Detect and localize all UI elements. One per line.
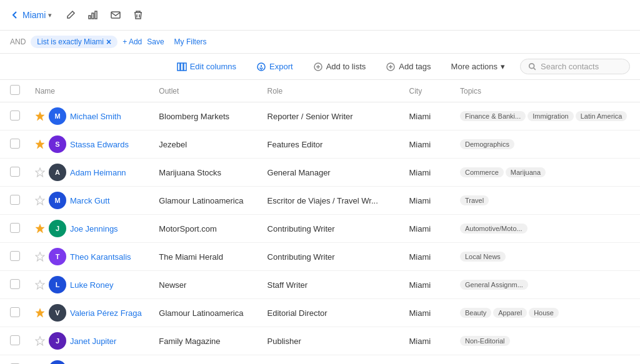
topic-tag: Marijuana xyxy=(506,167,546,177)
svg-rect-4 xyxy=(178,63,180,71)
city-cell: Miami xyxy=(401,327,452,355)
star-icon[interactable] xyxy=(35,195,45,205)
dropdown-arrow: ▾ xyxy=(48,11,52,19)
row-checkbox[interactable] xyxy=(0,215,28,243)
svg-marker-17 xyxy=(36,280,44,289)
topic-tag: Travel xyxy=(460,195,489,205)
city-column-header: City xyxy=(401,80,452,102)
city-cell: Miami xyxy=(401,355,452,365)
row-checkbox[interactable] xyxy=(0,271,28,299)
row-checkbox[interactable] xyxy=(0,102,28,130)
table-row: J Janet Jupiter Family MagazinePublisher… xyxy=(0,327,640,355)
outlet-cell: Marijuana Stocks xyxy=(151,159,259,187)
role-cell: Staff Writer xyxy=(260,271,402,299)
contact-name-link[interactable]: Stassa Edwards xyxy=(70,140,129,149)
city-cell: Miami xyxy=(401,243,452,271)
star-icon[interactable] xyxy=(35,280,45,290)
topics-cell: Non-Editorial xyxy=(452,327,640,355)
city-cell: Miami xyxy=(401,102,452,130)
name-cell: M Michael Smith xyxy=(28,102,151,130)
add-tags-button[interactable]: Add tags xyxy=(381,59,436,74)
svg-marker-12 xyxy=(36,140,44,149)
back-button[interactable]: Miami ▾ xyxy=(10,10,52,20)
add-to-lists-label: Add to lists xyxy=(326,62,366,71)
contact-name-link[interactable]: Joe Jennings xyxy=(70,224,118,234)
svg-rect-5 xyxy=(181,63,183,71)
outlet-cell: Newser xyxy=(151,271,259,299)
table-row: T Theo Karantsalis The Miami HeraldContr… xyxy=(0,243,640,271)
topics-cell: Finance & Banki...ImmigrationLatin Ameri… xyxy=(452,102,640,130)
svg-marker-14 xyxy=(36,196,44,205)
svg-marker-11 xyxy=(36,112,44,121)
add-filter-button[interactable]: + Add xyxy=(122,37,142,46)
edit-button[interactable] xyxy=(62,6,79,24)
avatar: L xyxy=(49,276,66,293)
topic-tag: Demographics xyxy=(460,139,514,149)
svg-marker-15 xyxy=(36,224,44,233)
select-all-header[interactable] xyxy=(0,80,28,102)
row-checkbox[interactable] xyxy=(0,187,28,215)
filter-remove-button[interactable]: × xyxy=(106,37,111,46)
table-row: A Alan Gomez USA TodayNational Correspon… xyxy=(0,355,640,365)
topics-cell: Demographics xyxy=(452,130,640,159)
contact-name-link[interactable]: Theo Karantsalis xyxy=(70,252,131,262)
edit-columns-button[interactable]: Edit columns xyxy=(172,59,241,74)
toolbar: Edit columns Export Add to lists Add tag… xyxy=(0,54,640,80)
name-cell: L Luke Roney xyxy=(28,271,151,299)
row-checkbox[interactable] xyxy=(0,355,28,365)
star-icon[interactable] xyxy=(35,336,45,346)
star-icon[interactable] xyxy=(35,308,45,318)
role-cell: Contributing Writer xyxy=(260,215,402,243)
avatar: J xyxy=(49,332,66,350)
export-button[interactable]: Export xyxy=(251,59,298,74)
more-actions-button[interactable]: More actions ▾ xyxy=(446,59,510,74)
avatar: A xyxy=(49,360,66,364)
name-cell: T Theo Karantsalis xyxy=(28,243,151,271)
role-cell: General Manager xyxy=(260,159,402,187)
role-cell: Contributing Writer xyxy=(260,243,402,271)
row-checkbox[interactable] xyxy=(0,130,28,159)
topic-tag: Automotive/Moto... xyxy=(460,224,528,234)
filter-chip-text: List is exactly Miami xyxy=(37,37,104,46)
search-icon xyxy=(528,62,537,71)
contact-name-link[interactable]: Luke Roney xyxy=(70,280,113,290)
add-to-lists-button[interactable]: Add to lists xyxy=(308,59,371,74)
topic-tag: Apparel xyxy=(493,308,527,318)
row-checkbox[interactable] xyxy=(0,243,28,271)
name-cell: S Stassa Edwards xyxy=(28,130,151,159)
my-filters-button[interactable]: My Filters xyxy=(174,37,207,46)
filter-chip[interactable]: List is exactly Miami × xyxy=(31,36,118,48)
row-checkbox[interactable] xyxy=(0,159,28,187)
top-bar-actions xyxy=(62,6,147,24)
table-row: A Adam Heimann Marijuana StocksGeneral M… xyxy=(0,159,640,187)
star-icon[interactable] xyxy=(35,167,45,177)
contact-name-link[interactable]: Valeria Pérez Fraga xyxy=(70,308,142,318)
svg-rect-2 xyxy=(95,11,97,19)
topic-tag: House xyxy=(529,308,559,318)
topic-tag: Finance & Banki... xyxy=(460,111,526,121)
outlet-cell: The Miami Herald xyxy=(151,243,259,271)
star-icon[interactable] xyxy=(35,224,45,234)
contact-name-link[interactable]: Adam Heimann xyxy=(70,168,126,177)
avatar: V xyxy=(49,304,66,322)
mail-button[interactable] xyxy=(107,6,124,24)
star-icon[interactable] xyxy=(35,252,45,262)
chart-button[interactable] xyxy=(84,6,102,24)
export-label: Export xyxy=(269,62,293,71)
delete-button[interactable] xyxy=(129,6,147,24)
search-input[interactable] xyxy=(541,62,622,71)
contact-name-link[interactable]: Janet Jupiter xyxy=(70,337,116,346)
contact-name-link[interactable]: Marck Gutt xyxy=(70,196,110,205)
add-tags-label: Add tags xyxy=(399,62,431,71)
role-cell: Publisher xyxy=(260,327,402,355)
row-checkbox[interactable] xyxy=(0,299,28,327)
row-checkbox[interactable] xyxy=(0,327,28,355)
topic-tag: Latin America xyxy=(576,111,628,121)
star-icon[interactable] xyxy=(35,111,45,121)
save-filter-button[interactable]: Save xyxy=(147,37,164,46)
star-icon[interactable] xyxy=(35,139,45,149)
more-actions-label: More actions xyxy=(451,62,498,71)
table-header-row: Name Outlet Role City Topics xyxy=(0,80,640,102)
svg-rect-0 xyxy=(89,16,91,19)
contact-name-link[interactable]: Michael Smith xyxy=(70,112,121,121)
